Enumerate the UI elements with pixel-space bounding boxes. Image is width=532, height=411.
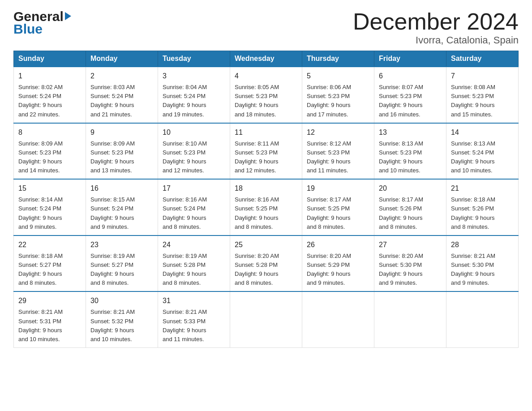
- day-number: 21: [451, 183, 514, 194]
- day-info: Sunrise: 8:10 AMSunset: 5:23 PMDaylight:…: [163, 140, 207, 174]
- day-info: Sunrise: 8:16 AMSunset: 5:24 PMDaylight:…: [163, 196, 207, 230]
- day-info: Sunrise: 8:17 AMSunset: 5:26 PMDaylight:…: [379, 196, 423, 230]
- calendar-cell: 16Sunrise: 8:15 AMSunset: 5:24 PMDayligh…: [86, 179, 158, 235]
- calendar-cell: 17Sunrise: 8:16 AMSunset: 5:24 PMDayligh…: [158, 179, 230, 235]
- day-info: Sunrise: 8:06 AMSunset: 5:23 PMDaylight:…: [307, 84, 351, 117]
- day-number: 11: [235, 127, 297, 138]
- col-header-thursday: Thursday: [302, 51, 374, 67]
- day-info: Sunrise: 8:13 AMSunset: 5:23 PMDaylight:…: [379, 140, 423, 174]
- day-number: 28: [451, 240, 514, 250]
- day-info: Sunrise: 8:21 AMSunset: 5:31 PMDaylight:…: [18, 308, 63, 342]
- day-number: 19: [307, 183, 369, 194]
- day-info: Sunrise: 8:17 AMSunset: 5:25 PMDaylight:…: [307, 196, 351, 230]
- day-number: 10: [163, 127, 225, 138]
- calendar-cell: [374, 291, 446, 347]
- calendar-cell: [302, 291, 374, 347]
- day-number: 24: [163, 240, 225, 250]
- calendar-week-row: 22Sunrise: 8:18 AMSunset: 5:27 PMDayligh…: [14, 235, 519, 292]
- col-header-monday: Monday: [86, 51, 158, 67]
- calendar-cell: 11Sunrise: 8:11 AMSunset: 5:23 PMDayligh…: [230, 123, 302, 180]
- calendar-week-row: 1Sunrise: 8:02 AMSunset: 5:24 PMDaylight…: [14, 67, 519, 123]
- calendar-cell: [230, 291, 302, 347]
- day-number: 17: [163, 183, 225, 194]
- day-number: 12: [307, 127, 369, 138]
- calendar-cell: 10Sunrise: 8:10 AMSunset: 5:23 PMDayligh…: [158, 123, 230, 180]
- day-number: 13: [379, 127, 442, 138]
- calendar-cell: 8Sunrise: 8:09 AMSunset: 5:23 PMDaylight…: [14, 123, 86, 180]
- calendar-header-row: SundayMondayTuesdayWednesdayThursdayFrid…: [14, 51, 519, 67]
- day-number: 26: [307, 240, 369, 250]
- calendar-cell: [446, 291, 519, 347]
- day-info: Sunrise: 8:05 AMSunset: 5:23 PMDaylight:…: [235, 84, 279, 117]
- calendar-cell: 6Sunrise: 8:07 AMSunset: 5:23 PMDaylight…: [374, 67, 446, 123]
- calendar-week-row: 15Sunrise: 8:14 AMSunset: 5:24 PMDayligh…: [14, 179, 519, 235]
- calendar-cell: 30Sunrise: 8:21 AMSunset: 5:32 PMDayligh…: [86, 291, 158, 347]
- calendar-cell: 3Sunrise: 8:04 AMSunset: 5:24 PMDaylight…: [158, 67, 230, 123]
- calendar-week-row: 29Sunrise: 8:21 AMSunset: 5:31 PMDayligh…: [14, 291, 519, 347]
- calendar-cell: 22Sunrise: 8:18 AMSunset: 5:27 PMDayligh…: [14, 235, 86, 292]
- calendar-cell: 20Sunrise: 8:17 AMSunset: 5:26 PMDayligh…: [374, 179, 446, 235]
- day-number: 20: [379, 183, 442, 194]
- day-info: Sunrise: 8:14 AMSunset: 5:24 PMDaylight:…: [18, 196, 63, 230]
- calendar-cell: 28Sunrise: 8:21 AMSunset: 5:30 PMDayligh…: [446, 235, 519, 292]
- calendar-cell: 13Sunrise: 8:13 AMSunset: 5:23 PMDayligh…: [374, 123, 446, 180]
- calendar-cell: 4Sunrise: 8:05 AMSunset: 5:23 PMDaylight…: [230, 67, 302, 123]
- day-info: Sunrise: 8:21 AMSunset: 5:33 PMDaylight:…: [163, 308, 207, 342]
- calendar-cell: 24Sunrise: 8:19 AMSunset: 5:28 PMDayligh…: [158, 235, 230, 292]
- day-info: Sunrise: 8:08 AMSunset: 5:23 PMDaylight:…: [451, 84, 495, 117]
- logo: General Blue: [13, 9, 71, 37]
- day-info: Sunrise: 8:09 AMSunset: 5:23 PMDaylight:…: [18, 140, 63, 174]
- calendar-table: SundayMondayTuesdayWednesdayThursdayFrid…: [13, 51, 519, 348]
- calendar-cell: 19Sunrise: 8:17 AMSunset: 5:25 PMDayligh…: [302, 179, 374, 235]
- day-info: Sunrise: 8:21 AMSunset: 5:30 PMDaylight:…: [451, 253, 495, 286]
- day-info: Sunrise: 8:09 AMSunset: 5:23 PMDaylight:…: [90, 140, 135, 174]
- calendar-cell: 9Sunrise: 8:09 AMSunset: 5:23 PMDaylight…: [86, 123, 158, 180]
- title-block: December 2024 Ivorra, Catalonia, Spain: [353, 9, 519, 46]
- day-number: 1: [18, 71, 81, 81]
- calendar-cell: 2Sunrise: 8:03 AMSunset: 5:24 PMDaylight…: [86, 67, 158, 123]
- calendar-cell: 14Sunrise: 8:13 AMSunset: 5:24 PMDayligh…: [446, 123, 519, 180]
- calendar-cell: 7Sunrise: 8:08 AMSunset: 5:23 PMDaylight…: [446, 67, 519, 123]
- day-number: 9: [90, 127, 153, 138]
- day-number: 18: [235, 183, 297, 194]
- day-info: Sunrise: 8:04 AMSunset: 5:24 PMDaylight:…: [163, 84, 207, 117]
- calendar-cell: 12Sunrise: 8:12 AMSunset: 5:23 PMDayligh…: [302, 123, 374, 180]
- day-info: Sunrise: 8:20 AMSunset: 5:30 PMDaylight:…: [379, 253, 423, 286]
- col-header-sunday: Sunday: [14, 51, 86, 67]
- day-number: 3: [163, 71, 225, 81]
- calendar-title: December 2024: [353, 9, 519, 34]
- day-number: 2: [90, 71, 153, 81]
- day-info: Sunrise: 8:13 AMSunset: 5:24 PMDaylight:…: [451, 140, 495, 174]
- day-info: Sunrise: 8:21 AMSunset: 5:32 PMDaylight:…: [90, 308, 135, 342]
- day-number: 5: [307, 71, 369, 81]
- day-info: Sunrise: 8:18 AMSunset: 5:27 PMDaylight:…: [18, 253, 63, 286]
- day-info: Sunrise: 8:16 AMSunset: 5:25 PMDaylight:…: [235, 196, 279, 230]
- day-number: 14: [451, 127, 514, 138]
- calendar-cell: 21Sunrise: 8:18 AMSunset: 5:26 PMDayligh…: [446, 179, 519, 235]
- day-info: Sunrise: 8:02 AMSunset: 5:24 PMDaylight:…: [18, 84, 63, 117]
- day-info: Sunrise: 8:11 AMSunset: 5:23 PMDaylight:…: [235, 140, 279, 174]
- day-info: Sunrise: 8:15 AMSunset: 5:24 PMDaylight:…: [90, 196, 135, 230]
- calendar-cell: 31Sunrise: 8:21 AMSunset: 5:33 PMDayligh…: [158, 291, 230, 347]
- day-number: 8: [18, 127, 81, 138]
- calendar-cell: 5Sunrise: 8:06 AMSunset: 5:23 PMDaylight…: [302, 67, 374, 123]
- day-info: Sunrise: 8:12 AMSunset: 5:23 PMDaylight:…: [307, 140, 351, 174]
- day-number: 22: [18, 240, 81, 250]
- col-header-wednesday: Wednesday: [230, 51, 302, 67]
- day-number: 15: [18, 183, 81, 194]
- day-number: 27: [379, 240, 442, 250]
- day-info: Sunrise: 8:18 AMSunset: 5:26 PMDaylight:…: [451, 196, 495, 230]
- day-info: Sunrise: 8:20 AMSunset: 5:28 PMDaylight:…: [235, 253, 279, 286]
- day-number: 7: [451, 71, 514, 81]
- day-number: 30: [90, 295, 153, 306]
- day-number: 23: [90, 240, 153, 250]
- calendar-week-row: 8Sunrise: 8:09 AMSunset: 5:23 PMDaylight…: [14, 123, 519, 180]
- calendar-cell: 1Sunrise: 8:02 AMSunset: 5:24 PMDaylight…: [14, 67, 86, 123]
- logo-blue-text: Blue: [13, 21, 71, 37]
- day-info: Sunrise: 8:19 AMSunset: 5:27 PMDaylight:…: [90, 253, 135, 286]
- calendar-cell: 26Sunrise: 8:20 AMSunset: 5:29 PMDayligh…: [302, 235, 374, 292]
- page-header: General Blue December 2024 Ivorra, Catal…: [13, 9, 519, 46]
- day-number: 16: [90, 183, 153, 194]
- day-number: 4: [235, 71, 297, 81]
- calendar-cell: 25Sunrise: 8:20 AMSunset: 5:28 PMDayligh…: [230, 235, 302, 292]
